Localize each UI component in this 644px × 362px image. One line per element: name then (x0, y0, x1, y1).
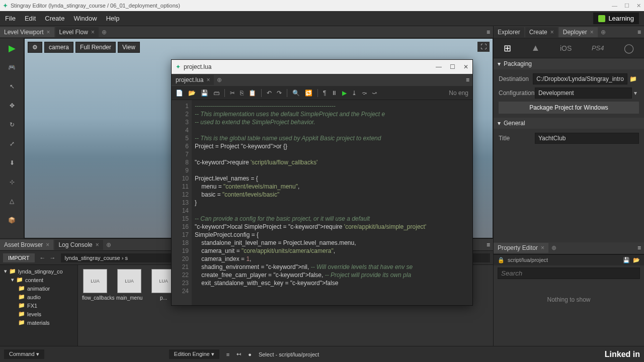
tab-level-flow[interactable]: Level Flow× (55, 27, 99, 37)
new-file-icon[interactable]: 📄 (176, 89, 183, 97)
save-all-icon[interactable]: 🗃 (213, 89, 219, 97)
edition-engine-dropdown[interactable]: Edition Engine ▾ (169, 349, 219, 359)
panel-menu-icon[interactable]: ≡ (487, 241, 490, 248)
gamepad-icon[interactable]: 🎮 (5, 60, 20, 74)
menu-file[interactable]: File (5, 15, 16, 22)
add-tab-icon[interactable]: ⊕ (217, 76, 222, 83)
search-icon[interactable]: 🔍 (292, 89, 300, 97)
package-tool[interactable]: 📦 (5, 213, 20, 227)
panel-menu-icon[interactable]: ≡ (637, 29, 641, 36)
title-field[interactable]: YachtClub (535, 133, 639, 144)
platform-xbox-icon[interactable]: ◯ (624, 43, 634, 54)
add-tab-icon[interactable]: ⊕ (102, 29, 107, 36)
lock-icon[interactable]: 🔒 (498, 257, 505, 263)
close-icon[interactable]: × (541, 244, 544, 251)
panel-menu-icon[interactable]: ≡ (637, 244, 641, 251)
tab-deployer[interactable]: Deployer× (559, 27, 598, 37)
tab-asset-browser[interactable]: Asset Browser× (0, 240, 53, 250)
status-hamburger-icon[interactable]: ≡ (226, 351, 229, 357)
copy-icon[interactable]: ⎘ (240, 89, 244, 97)
destination-field[interactable]: C:/Dropbox/Lynda/Stingray_intro (533, 73, 627, 84)
add-tab-icon[interactable]: ⊕ (551, 244, 556, 251)
chevron-down-icon[interactable]: ▾ (632, 89, 639, 97)
close-icon[interactable]: × (206, 76, 210, 83)
whitespace-icon[interactable]: ¶ (323, 89, 326, 97)
packaging-header[interactable]: ▾Packaging (494, 58, 644, 69)
tab-log-console[interactable]: Log Console× (54, 240, 103, 250)
platform-ios-icon[interactable]: iOS (560, 44, 572, 52)
menu-help[interactable]: Help (106, 15, 120, 22)
tree-content[interactable]: ▾📁content (2, 276, 75, 284)
tree-item[interactable]: 📁audio (2, 293, 75, 301)
platform-android-icon[interactable]: ▲ (531, 43, 540, 53)
rotate-tool[interactable]: ↻ (5, 118, 20, 132)
window-close-icon[interactable]: ✕ (463, 63, 468, 70)
panel-menu-icon[interactable]: ≡ (487, 29, 490, 36)
general-header[interactable]: ▾General (494, 118, 644, 129)
command-dropdown[interactable]: Command ▾ (4, 349, 44, 359)
platform-windows-icon[interactable]: ⊞ (504, 43, 511, 54)
tab-create[interactable]: Create× (525, 27, 558, 37)
tab-explorer[interactable]: Explorer (494, 27, 524, 37)
window-maximize-icon[interactable]: ☐ (624, 3, 629, 9)
close-icon[interactable]: × (46, 241, 49, 248)
step-icon[interactable]: ⤓ (352, 89, 357, 97)
status-arrow-icon[interactable]: ↤ (236, 351, 241, 357)
tab-property-editor[interactable]: Property Editor× (494, 243, 548, 253)
redo-icon[interactable]: ↷ (277, 89, 282, 97)
nav-forward-icon[interactable]: → (50, 254, 56, 261)
close-icon[interactable]: × (47, 29, 50, 36)
open-file-icon[interactable]: 📂 (188, 89, 196, 97)
paste-icon[interactable]: 📋 (249, 89, 256, 97)
step-over-icon[interactable]: ⤼ (362, 89, 367, 97)
menu-create[interactable]: Create (45, 15, 64, 22)
cut-icon[interactable]: ✂ (230, 89, 235, 97)
asset-item[interactable]: LUAflow_callbacks (82, 269, 108, 301)
undo-icon[interactable]: ↶ (267, 89, 272, 97)
property-search-input[interactable] (498, 267, 640, 279)
browse-icon[interactable]: 📁 (627, 75, 639, 82)
viewport-settings-icon[interactable]: ⚙ (28, 42, 42, 53)
package-project-button[interactable]: Package Project for Windows (499, 102, 639, 114)
add-tab-icon[interactable]: ⊕ (106, 241, 111, 248)
asset-item[interactable]: LUAmain_menu (116, 269, 142, 301)
tree-item[interactable]: 📁FX1 (2, 301, 75, 310)
close-icon[interactable]: × (96, 241, 99, 248)
menu-edit[interactable]: Edit (25, 15, 36, 22)
replace-icon[interactable]: 🔁 (305, 89, 312, 97)
learning-button[interactable]: Learning (593, 13, 639, 24)
platform-ps4-icon[interactable]: PS4 (592, 44, 604, 52)
add-tab-icon[interactable]: ⊕ (601, 29, 606, 36)
tab-level-viewport[interactable]: Level Viewport× (0, 27, 54, 37)
move-tool[interactable]: ✥ (5, 99, 20, 113)
window-minimize-icon[interactable]: — (436, 63, 442, 70)
maximize-viewport-icon[interactable]: ⛶ (477, 42, 490, 52)
measure-tool[interactable]: △ (5, 194, 20, 208)
window-minimize-icon[interactable]: — (612, 3, 617, 9)
save-icon[interactable]: 💾 (623, 257, 630, 263)
nav-back-icon[interactable]: ← (40, 254, 46, 261)
window-maximize-icon[interactable]: ☐ (450, 63, 455, 70)
run-icon[interactable]: ▶ (342, 89, 347, 97)
pause-icon[interactable]: ⏸ (331, 89, 337, 97)
code-body[interactable]: ----------------------------------------… (192, 100, 472, 305)
tree-item[interactable]: 📁animatior (2, 284, 75, 293)
close-icon[interactable]: × (590, 29, 594, 36)
close-icon[interactable]: × (550, 29, 554, 36)
editor-titlebar[interactable]: ✦ project.lua — ☐ ✕ (172, 60, 472, 74)
configuration-dropdown[interactable]: Development (535, 87, 632, 99)
window-close-icon[interactable]: ✕ (636, 3, 641, 9)
camera-dropdown[interactable]: camera (44, 42, 73, 53)
select-tool[interactable]: ↖ (5, 79, 20, 94)
code-area[interactable]: 123456789101112131415161718192021222324 … (172, 100, 472, 305)
view-dropdown[interactable]: View (118, 42, 140, 53)
place-tool[interactable]: ⬇ (5, 156, 20, 170)
render-mode-dropdown[interactable]: Full Render (75, 42, 116, 53)
play-button[interactable]: ▶ (5, 41, 20, 55)
scale-tool[interactable]: ⤢ (5, 137, 20, 151)
import-button[interactable]: IMPORT (3, 253, 35, 262)
tree-item[interactable]: 📁materials (2, 318, 75, 327)
close-icon[interactable]: × (91, 29, 95, 36)
step-out-icon[interactable]: ⤻ (372, 89, 377, 97)
editor-file-tab[interactable]: project.lua× (172, 75, 214, 85)
